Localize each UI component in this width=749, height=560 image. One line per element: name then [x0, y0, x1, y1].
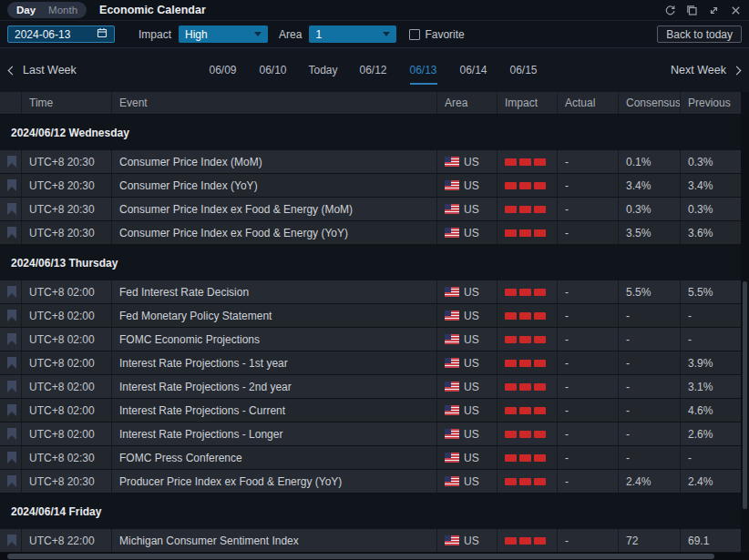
week-day-06-15[interactable]: 06/15 — [498, 48, 549, 92]
close-icon[interactable] — [730, 5, 742, 16]
expand-icon[interactable] — [708, 5, 720, 16]
week-day-06-13[interactable]: 06/13 — [398, 48, 448, 92]
row-time: UTC+8 02:30 — [22, 446, 112, 469]
impact-select[interactable]: High — [179, 25, 268, 43]
week-day-06-14[interactable]: 06/14 — [448, 48, 498, 92]
table-row[interactable]: UTC+8 02:00FOMC Economic ProjectionsUS--… — [0, 328, 741, 351]
row-actual: - — [558, 150, 619, 173]
table-row[interactable]: UTC+8 20:30Consumer Price Index (MoM)US-… — [0, 150, 741, 174]
bookmark-cell — [0, 446, 22, 469]
table-row[interactable]: UTC+8 02:00Interest Rate Projections - C… — [0, 399, 741, 423]
bookmark-icon[interactable] — [7, 179, 16, 191]
us-flag-icon — [445, 334, 459, 344]
vertical-scrollbar-thumb[interactable] — [743, 281, 747, 509]
row-event: Michigan Consumer Sentiment Index — [112, 529, 437, 552]
row-event: Interest Rate Projections - Current — [112, 399, 437, 422]
bookmark-icon[interactable] — [7, 203, 16, 215]
bookmark-icon[interactable] — [7, 475, 16, 487]
header-actual: Actual — [558, 92, 619, 114]
row-area: US — [437, 470, 498, 493]
table-row[interactable]: UTC+8 20:30Consumer Price Index (YoY)US-… — [0, 174, 741, 198]
bookmark-icon[interactable] — [7, 535, 16, 546]
bookmark-icon[interactable] — [7, 404, 16, 416]
bookmark-icon[interactable] — [7, 156, 16, 168]
horizontal-scrollbar-thumb[interactable] — [7, 554, 714, 559]
table-row[interactable]: UTC+8 02:00Interest Rate Projections - 1… — [0, 351, 741, 375]
row-actual: - — [558, 304, 619, 327]
table-row[interactable]: UTC+8 02:00Interest Rate Projections - 2… — [0, 375, 741, 399]
tab-month[interactable]: Month — [48, 5, 77, 15]
bookmark-cell — [0, 375, 22, 398]
week-day-06-10[interactable]: 06/10 — [248, 48, 298, 92]
row-event: Interest Rate Projections - 1st year — [112, 351, 437, 374]
impact-bar-icon — [519, 478, 531, 485]
us-flag-icon — [445, 358, 459, 368]
vertical-scrollbar[interactable] — [741, 115, 749, 553]
row-impact — [498, 351, 558, 374]
table-row[interactable]: UTC+8 02:00Interest Rate Projections - L… — [0, 423, 741, 446]
row-area: US — [437, 446, 498, 469]
last-week-button[interactable]: Last Week — [9, 64, 77, 76]
row-time: UTC+8 20:30 — [22, 470, 112, 493]
week-day-06-09[interactable]: 06/09 — [198, 48, 248, 92]
next-week-label: Next Week — [671, 64, 726, 76]
row-actual: - — [558, 221, 619, 244]
week-day-today[interactable]: Today — [298, 48, 348, 92]
table-row[interactable]: UTC+8 20:30Consumer Price Index ex Food … — [0, 198, 741, 221]
bookmark-cell — [0, 150, 22, 173]
bookmark-icon[interactable] — [7, 357, 16, 369]
impact-bar-icon — [519, 407, 531, 414]
bookmark-cell — [0, 529, 22, 552]
us-flag-icon — [445, 453, 459, 463]
header-flag-column — [0, 92, 22, 114]
impact-value: High — [185, 28, 208, 41]
impact-bar-icon — [534, 229, 546, 237]
table-header-row: Time Event Area Impact Actual Consensus … — [0, 92, 741, 115]
table-row[interactable]: UTC+8 20:30Producer Price Index ex Food … — [0, 470, 741, 494]
bookmark-icon[interactable] — [7, 286, 16, 298]
row-actual: - — [558, 328, 619, 351]
row-previous: 5.5% — [681, 280, 741, 303]
bookmark-icon[interactable] — [7, 310, 16, 321]
impact-bar-icon — [519, 158, 531, 166]
horizontal-scrollbar[interactable] — [0, 553, 749, 560]
table-row[interactable]: UTC+8 02:30FOMC Press ConferenceUS--- — [0, 446, 741, 470]
bookmark-icon[interactable] — [7, 452, 16, 463]
next-week-button[interactable]: Next Week — [671, 64, 740, 76]
header-previous: Previous — [681, 92, 741, 114]
bookmark-icon[interactable] — [7, 428, 16, 440]
area-select[interactable]: 1 — [309, 25, 396, 43]
week-day-06-12[interactable]: 06/12 — [348, 48, 398, 92]
impact-bar-icon — [505, 537, 517, 545]
row-actual: - — [558, 423, 619, 445]
impact-bar-icon — [505, 312, 517, 320]
us-flag-icon — [445, 429, 459, 439]
row-event: Fed Monetary Policy Statement — [112, 304, 437, 327]
bookmark-icon[interactable] — [7, 333, 16, 345]
us-flag-icon — [445, 287, 459, 297]
row-area: US — [437, 198, 498, 220]
chevron-left-icon — [8, 66, 17, 75]
table-row[interactable]: UTC+8 20:30Consumer Price Index ex Food … — [0, 221, 741, 245]
row-consensus: - — [619, 375, 681, 398]
table-row[interactable]: UTC+8 02:00Fed Monetary Policy Statement… — [0, 304, 741, 328]
table-row[interactable]: UTC+8 22:00Michigan Consumer Sentiment I… — [0, 529, 741, 553]
titlebar: Day Month Economic Calendar — [0, 0, 749, 21]
bookmark-cell — [0, 399, 22, 422]
bookmark-cell — [0, 174, 22, 197]
refresh-icon[interactable] — [664, 5, 676, 16]
bookmark-icon[interactable] — [7, 381, 16, 392]
chevron-down-icon — [254, 32, 262, 36]
impact-bar-icon — [534, 182, 546, 189]
back-to-today-button[interactable]: Back to today — [657, 25, 742, 43]
date-picker[interactable]: 2024-06-13 — [7, 25, 115, 43]
bookmark-icon[interactable] — [7, 227, 16, 239]
duplicate-icon[interactable] — [686, 5, 698, 16]
favorite-checkbox[interactable] — [409, 29, 420, 40]
us-flag-icon — [445, 228, 459, 238]
row-time: UTC+8 22:00 — [22, 529, 112, 552]
table-row[interactable]: UTC+8 02:00Fed Interest Rate DecisionUS-… — [0, 280, 741, 304]
row-consensus: 5.5% — [619, 280, 681, 303]
row-area: US — [437, 423, 498, 445]
tab-day[interactable]: Day — [16, 5, 36, 15]
